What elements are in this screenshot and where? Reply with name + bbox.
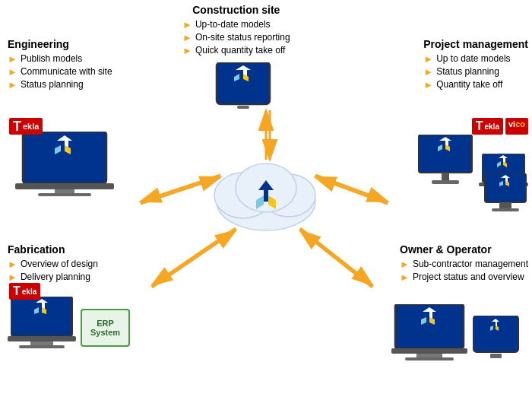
bullet-icon: ► <box>423 79 433 91</box>
pm-monitor-small <box>483 173 528 215</box>
oo-title: Owner & Operator <box>400 243 528 256</box>
svg-rect-33 <box>8 336 76 341</box>
construction-section: Construction site ► Up-to-date models ► … <box>167 4 290 119</box>
svg-rect-41 <box>490 354 502 358</box>
pm-item-3: ► Quantity take off <box>423 79 528 91</box>
engineering-title: Engineering <box>8 38 112 50</box>
tekla-logo-pm: Tekla <box>472 118 503 135</box>
construction-item-2: ► On-site status reporting <box>182 32 290 43</box>
bullet-icon: ► <box>400 272 410 283</box>
engineering-item-2: ► Communicate with site <box>8 66 112 78</box>
engineering-laptop <box>15 132 114 196</box>
fabrication-list: ► Overview of design ► Delivery planning <box>8 259 98 283</box>
construction-title: Construction site <box>182 4 290 16</box>
tekla-logo-fabrication: Tekla <box>9 283 40 300</box>
svg-rect-17 <box>15 183 114 189</box>
svg-line-13 <box>152 230 236 287</box>
svg-rect-30 <box>499 202 511 208</box>
bullet-icon: ► <box>400 259 410 270</box>
svg-line-11 <box>315 177 388 204</box>
bullet-icon: ► <box>423 53 433 65</box>
fabrication-item-1: ► Overview of design <box>8 259 98 270</box>
pm-list: ► Up to date models ► Status planning ► … <box>423 53 528 91</box>
pm-item-1: ► Up to date models <box>423 53 528 65</box>
pm-devices: Tekla vico <box>415 118 528 195</box>
diagram-container: Engineering ► Publish models ► Communica… <box>0 0 532 397</box>
owner-operator-section: Owner & Operator ► Sub-contractor manage… <box>400 243 528 284</box>
construction-list: ► Up-to-date models ► On-site status rep… <box>182 19 290 56</box>
svg-rect-31 <box>492 208 519 211</box>
erp-system-box: ERP System <box>81 309 130 347</box>
fabrication-section: Fabrication ► Overview of design ► Deliv… <box>8 243 98 284</box>
svg-line-15 <box>300 230 372 287</box>
svg-line-14 <box>300 228 372 285</box>
engineering-item-1: ► Publish models <box>8 53 112 65</box>
oo-tablet <box>471 316 521 361</box>
engineering-devices: T ekla <box>9 118 114 199</box>
pm-item-2: ► Status planning <box>423 66 528 78</box>
bullet-icon: ► <box>182 32 192 43</box>
vico-logo: vico <box>505 118 528 135</box>
svg-rect-18 <box>55 189 74 193</box>
svg-line-6 <box>141 175 220 202</box>
oo-list: ► Sub-contractor management ► Project st… <box>400 259 528 283</box>
bullet-icon: ► <box>8 53 17 65</box>
bullet-icon: ► <box>8 66 17 78</box>
construction-tablet <box>213 62 274 116</box>
svg-rect-39 <box>405 357 454 360</box>
svg-rect-35 <box>19 345 65 348</box>
pm-title: Project management <box>423 38 528 50</box>
svg-line-10 <box>315 175 388 202</box>
svg-rect-23 <box>442 173 449 180</box>
bullet-icon: ► <box>182 45 192 56</box>
oo-devices <box>391 304 521 361</box>
engineering-item-3: ► Status planning <box>8 79 112 91</box>
fabrication-devices: Tekla ERP System <box>8 297 130 353</box>
svg-point-2 <box>262 174 315 217</box>
construction-item-3: ► Quick quantity take off <box>182 45 290 56</box>
bullet-icon: ► <box>8 259 17 270</box>
engineering-section: Engineering ► Publish models ► Communica… <box>8 38 112 92</box>
svg-line-7 <box>141 177 220 204</box>
svg-rect-21 <box>237 106 249 109</box>
fabrication-title: Fabrication <box>8 243 98 256</box>
oo-laptop <box>391 304 467 361</box>
svg-point-1 <box>214 173 272 218</box>
bullet-icon: ► <box>182 19 192 30</box>
fabrication-laptop <box>8 297 76 350</box>
svg-rect-24 <box>432 180 459 184</box>
svg-rect-19 <box>38 193 91 196</box>
oo-item-1: ► Sub-contractor management <box>400 259 528 270</box>
oo-item-2: ► Project status and overview <box>400 272 528 283</box>
svg-rect-38 <box>416 354 442 357</box>
bullet-icon: ► <box>8 79 17 91</box>
pm-monitor <box>415 135 476 195</box>
svg-point-0 <box>217 173 315 230</box>
engineering-list: ► Publish models ► Communicate with site… <box>8 53 112 91</box>
bullet-icon: ► <box>423 66 433 78</box>
construction-item-1: ► Up-to-date models <box>182 19 290 30</box>
svg-line-12 <box>152 228 236 285</box>
project-management-section: Project management ► Up to date models ►… <box>423 38 528 92</box>
svg-rect-37 <box>391 348 467 354</box>
svg-rect-34 <box>30 341 53 345</box>
fabrication-item-2: ► Delivery planning <box>8 272 98 283</box>
bullet-icon: ► <box>8 272 17 283</box>
svg-point-3 <box>236 164 296 212</box>
tekla-logo-engineering: T ekla <box>9 118 43 135</box>
